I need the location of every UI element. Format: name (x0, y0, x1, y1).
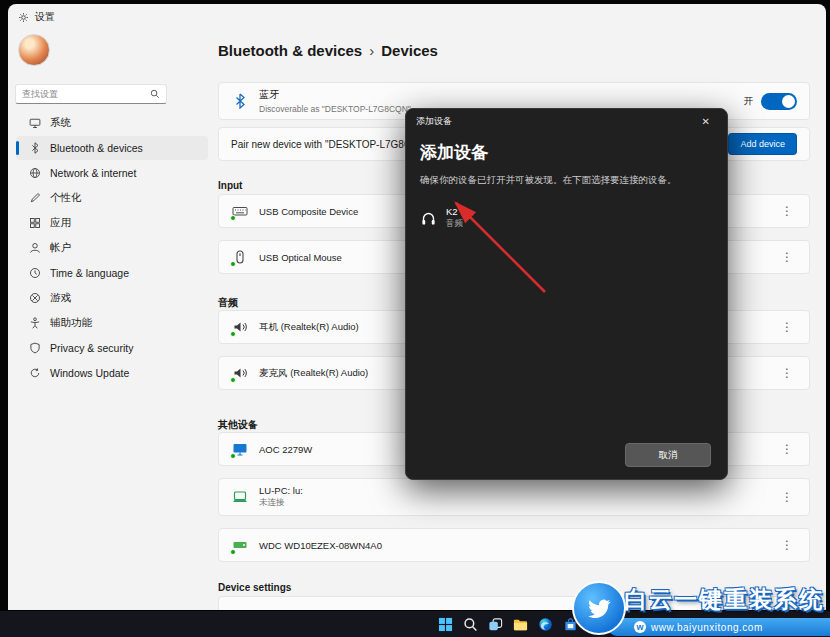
drive-icon (231, 537, 249, 553)
device-name: K2 (446, 206, 463, 217)
sidebar-item-accessibility[interactable]: 辅助功能 (16, 311, 208, 335)
device-name: USB Optical Mouse (259, 252, 342, 263)
close-icon[interactable]: ✕ (695, 114, 717, 129)
connected-dot (230, 377, 236, 383)
sidebar-item-label: 游戏 (50, 291, 71, 305)
device-name: AOC 2279W (259, 444, 312, 455)
device-name: USB Composite Device (259, 206, 358, 217)
more-options-button[interactable]: ⋮ (777, 251, 797, 263)
more-options-button[interactable]: ⋮ (777, 321, 797, 333)
breadcrumb: Bluetooth & devices › Devices (218, 42, 438, 59)
page-title: Devices (381, 42, 438, 59)
device-status: 未连接 (259, 497, 303, 509)
accounts-icon (28, 242, 41, 255)
sidebar-item-label: 帐户 (50, 241, 71, 255)
gear-icon (18, 12, 29, 23)
dialog-titlebar: 添加设备 ✕ (406, 109, 727, 133)
device-name: 麦克风 (Realtek(R) Audio) (259, 367, 368, 380)
connected-dot (230, 215, 236, 221)
sidebar-item-label: 应用 (50, 216, 71, 230)
section-title-input: Input (218, 180, 242, 191)
dialog-heading: 添加设备 (420, 141, 713, 164)
windows-update-icon (28, 367, 41, 380)
sidebar-item-privacy-security[interactable]: Privacy & security (16, 336, 208, 360)
pc-icon (231, 489, 249, 505)
task-view-icon[interactable] (486, 616, 504, 634)
sidebar-item-label: Privacy & security (50, 342, 133, 354)
device-type: 音频 (446, 218, 463, 230)
sidebar-item-apps[interactable]: 应用 (16, 211, 208, 235)
sidebar-item-label: 系统 (50, 116, 71, 130)
system-icon (28, 117, 41, 130)
add-device-button[interactable]: Add device (728, 133, 797, 155)
toggle-knob (782, 95, 795, 108)
connected-dot (230, 331, 236, 337)
sidebar-item-label: 辅助功能 (50, 316, 92, 330)
search-input[interactable] (22, 89, 146, 99)
more-options-button[interactable]: ⋮ (777, 443, 797, 455)
watermark-badge: w (634, 621, 646, 633)
file-explorer-icon[interactable] (511, 616, 529, 634)
pair-device-title: Pair new device with "DESKTOP-L7G8CQN" (231, 139, 430, 150)
breadcrumb-root[interactable]: Bluetooth & devices (218, 42, 362, 59)
mouse-icon (231, 249, 249, 265)
more-options-button[interactable]: ⋮ (777, 367, 797, 379)
connected-dot (230, 549, 236, 555)
more-options-button[interactable]: ⋮ (777, 539, 797, 551)
sidebar-item-system[interactable]: 系统 (16, 111, 208, 135)
breadcrumb-separator: › (369, 42, 374, 59)
sidebar-item-gaming[interactable]: 游戏 (16, 286, 208, 310)
sidebar-item-personalization[interactable]: 个性化 (16, 186, 208, 210)
sidebar-item-label: Windows Update (50, 367, 129, 379)
watermark-url: www.baiyunxitong.com (651, 622, 763, 633)
sidebar-item-time-language[interactable]: Time & language (16, 261, 208, 285)
sidebar-item-label: Bluetooth & devices (50, 142, 143, 154)
accessibility-icon (28, 317, 41, 330)
app-title: 设置 (35, 10, 55, 24)
more-options-button[interactable]: ⋮ (777, 205, 797, 217)
speaker-icon (231, 319, 249, 335)
dialog-titlebar-label: 添加设备 (416, 115, 452, 128)
watermark-url-strip: w www.baiyunxitong.com (608, 618, 830, 636)
dialog-description: 确保你的设备已打开并可被发现。在下面选择要连接的设备。 (420, 174, 713, 187)
sidebar-item-network[interactable]: Network & internet (16, 161, 208, 185)
privacy-icon (28, 342, 41, 355)
monitor-icon (231, 441, 249, 457)
toggle-state-label: 开 (744, 95, 754, 108)
section-title-other-devices: 其他设备 (218, 418, 258, 432)
bluetooth-icon (231, 93, 249, 109)
section-title-device-settings: Device settings (218, 582, 291, 593)
sidebar-item-label: Time & language (50, 267, 129, 279)
app-titlebar: 设置 (18, 10, 55, 24)
headphones-icon (420, 210, 437, 227)
sidebar-item-accounts[interactable]: 帐户 (16, 236, 208, 260)
taskbar-icons (436, 611, 579, 637)
sidebar-item-bluetooth-devices[interactable]: Bluetooth & devices (16, 136, 208, 160)
more-options-button[interactable]: ⋮ (777, 491, 797, 503)
settings-search (15, 84, 167, 104)
device-card-hard-drive: WDC WD10EZEX-08WN4A0 ⋮ (218, 528, 810, 562)
discovered-device-k2[interactable]: K2 音频 (414, 201, 719, 235)
sidebar-item-windows-update[interactable]: Windows Update (16, 361, 208, 385)
device-name: LU-PC: lu: (259, 485, 303, 496)
edge-icon[interactable] (536, 616, 554, 634)
time-language-icon (28, 267, 41, 280)
sidebar-item-label: 个性化 (50, 191, 82, 205)
watermark-brand-text: 白云一键重装系统 (624, 584, 824, 615)
bird-logo-icon (572, 581, 626, 635)
bluetooth-title: 蓝牙 (259, 88, 411, 102)
sidebar-item-label: Network & internet (50, 167, 136, 179)
start-icon[interactable] (436, 616, 454, 634)
apps-icon (28, 217, 41, 230)
bluetooth-subtitle: Discoverable as "DESKTOP-L7G8CQN" (259, 104, 411, 114)
add-device-dialog: 添加设备 ✕ 添加设备 确保你的设备已打开并可被发现。在下面选择要连接的设备。 … (405, 108, 728, 480)
personalization-icon (28, 192, 41, 205)
search-icon[interactable] (461, 616, 479, 634)
bluetooth-toggle[interactable] (761, 93, 797, 110)
connected-dot (230, 453, 236, 459)
gaming-icon (28, 292, 41, 305)
user-avatar[interactable] (18, 34, 50, 66)
section-title-audio: 音频 (218, 296, 238, 310)
device-name: WDC WD10EZEX-08WN4A0 (259, 540, 382, 551)
cancel-button[interactable]: 取消 (625, 443, 711, 467)
